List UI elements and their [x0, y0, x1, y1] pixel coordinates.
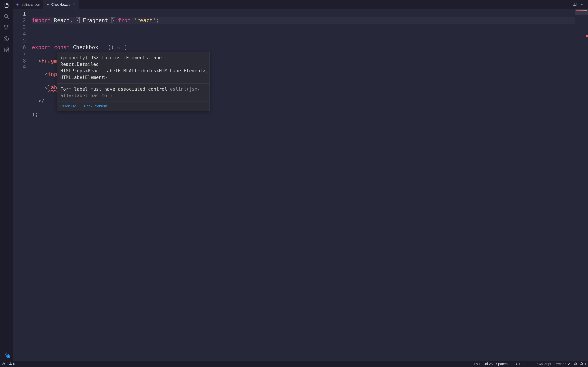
code-line — [32, 125, 588, 131]
error-count: 1 — [6, 362, 8, 366]
more-actions-icon[interactable] — [581, 2, 585, 7]
svg-rect-9 — [4, 48, 6, 50]
svg-line-1 — [7, 17, 9, 19]
gutter: 1 2 3 4 5 6 7 8 9 — [13, 9, 32, 361]
svg-point-4 — [6, 29, 7, 30]
editor-tabs: .eslintrc.json JS Checkbox.js ✕ — [13, 0, 588, 9]
check-icon: ✓ — [568, 362, 571, 366]
hover-actions: Quick Fix... Peek Problem — [57, 101, 209, 110]
code-line: ); — [32, 111, 588, 118]
minimap-viewport[interactable] — [575, 9, 588, 15]
editor-actions — [573, 0, 588, 9]
svg-point-27 — [575, 364, 575, 364]
source-control-icon[interactable] — [3, 25, 9, 31]
svg-point-19 — [582, 4, 583, 5]
search-icon[interactable] — [3, 13, 9, 20]
status-language[interactable]: JavaScript — [535, 362, 551, 366]
svg-rect-10 — [4, 50, 6, 52]
smiley-icon — [574, 362, 577, 366]
split-editor-icon[interactable] — [573, 2, 577, 7]
svg-point-3 — [7, 25, 9, 26]
svg-point-20 — [584, 4, 584, 5]
svg-point-0 — [4, 15, 8, 18]
settings-icon[interactable]: 1 — [3, 351, 9, 358]
warning-count: 0 — [13, 362, 15, 366]
status-bar: 1 0 Ln 1, Col 26 Spaces: 2 UTF-8 LF Java… — [0, 361, 588, 367]
bell-icon — [580, 362, 583, 366]
status-feedback[interactable] — [574, 362, 577, 366]
status-problems[interactable]: 1 0 — [2, 362, 15, 366]
debug-icon[interactable] — [3, 36, 9, 42]
error-icon — [2, 362, 5, 366]
hover-problem: Form label must have associated control … — [57, 83, 209, 101]
svg-point-26 — [574, 363, 577, 365]
eslint-file-icon — [16, 3, 19, 6]
editor-area: .eslintrc.json JS Checkbox.js ✕ 1 2 3 — [13, 0, 588, 361]
hover-popup: (property) JSX.IntrinsicElements.label: … — [57, 52, 210, 111]
code-line: export const Checkbox = () ⇒ ( — [32, 44, 588, 51]
warning-icon — [9, 362, 12, 366]
svg-rect-11 — [7, 50, 8, 52]
explorer-icon[interactable] — [3, 2, 9, 8]
code-line — [32, 31, 588, 37]
status-indent[interactable]: Spaces: 2 — [496, 362, 511, 366]
tab-checkbox[interactable]: JS Checkbox.js ✕ — [43, 0, 78, 9]
svg-point-28 — [576, 364, 576, 364]
status-encoding[interactable]: UTF-8 — [515, 362, 525, 366]
main-area: 1 .eslintrc.json JS Checkbox.js ✕ — [0, 0, 588, 361]
notification-count: 1 — [584, 362, 586, 366]
minimap-content — [576, 10, 587, 11]
hover-signature: (property) JSX.IntrinsicElements.label: … — [57, 52, 209, 83]
tab-label: Checkbox.js — [51, 3, 70, 7]
editor-body[interactable]: 1 2 3 4 5 6 7 8 9 import React, { Fragme… — [13, 9, 588, 361]
extensions-icon[interactable] — [3, 47, 9, 53]
status-eol[interactable]: LF — [528, 362, 532, 366]
tab-label: .eslintrc.json — [21, 3, 40, 7]
settings-badge: 1 — [6, 354, 10, 358]
peek-problem-link[interactable]: Peek Problem — [84, 103, 107, 109]
minimap[interactable] — [575, 9, 588, 361]
status-prettier[interactable]: Prettier: ✓ — [554, 362, 571, 366]
close-icon[interactable]: ✕ — [73, 3, 75, 7]
code-line: import React, { Fragment } from 'react'; — [32, 17, 588, 24]
quick-fix-link[interactable]: Quick Fix... — [60, 103, 79, 109]
tab-eslintrc[interactable]: .eslintrc.json — [13, 0, 43, 9]
js-file-icon: JS — [46, 3, 50, 6]
svg-point-25 — [10, 364, 11, 365]
status-cursor[interactable]: Ln 1, Col 26 — [474, 362, 493, 366]
svg-point-18 — [581, 4, 582, 5]
svg-point-2 — [4, 25, 5, 26]
activity-bar: 1 — [0, 0, 13, 361]
error-marker[interactable] — [586, 35, 588, 37]
svg-rect-12 — [7, 48, 9, 50]
overview-ruler[interactable] — [586, 9, 588, 361]
status-notifications[interactable]: 1 — [580, 362, 586, 366]
